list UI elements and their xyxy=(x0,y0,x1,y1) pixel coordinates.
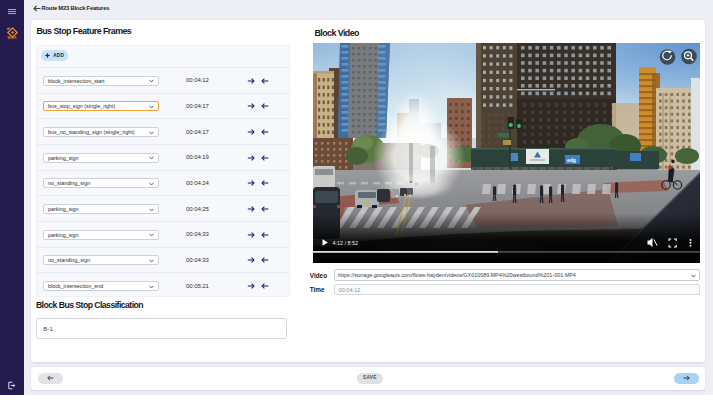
svg-text:edg: edg xyxy=(567,157,576,163)
svg-text:4:12 / 8:52: 4:12 / 8:52 xyxy=(333,240,358,246)
